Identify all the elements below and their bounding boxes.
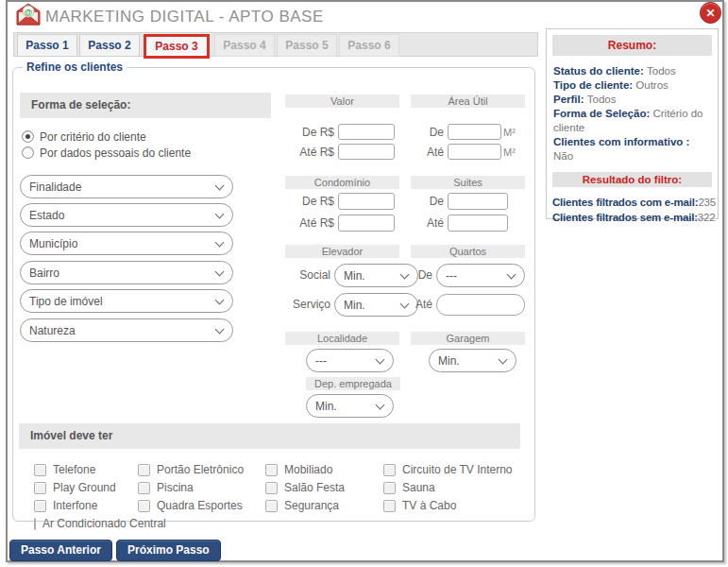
svg-text:@: @ (25, 8, 33, 17)
checkbox-salao-festa[interactable] (265, 482, 278, 494)
condominio-ate-input[interactable] (338, 215, 395, 232)
summary-sidebar: Resumo: Status do cliente: Todos Tipo de… (546, 28, 719, 219)
chevron-down-icon (376, 354, 385, 364)
chevron-down-icon (507, 269, 516, 279)
checkbox-ar-condicionado-central[interactable] (34, 518, 36, 530)
refine-clients-legend: Refine os clientes (23, 60, 127, 74)
checkbox-sauna[interactable] (383, 482, 396, 494)
checkbox-piscina[interactable] (138, 482, 150, 494)
marketing-digital-dialog: @ MARKETING DIGITAL - APTO BASE ✕ Passo … (0, 0, 728, 567)
checkbox-mobiliado[interactable] (265, 464, 278, 476)
valor-section-header: Valor (285, 94, 399, 108)
amenity-item: Circuito de TV Interno (383, 463, 529, 476)
dep-empregada-select-value: Min. (315, 400, 337, 413)
valor-ate-input[interactable] (338, 144, 395, 160)
amenity-item: Salão Festa (265, 481, 383, 494)
checkbox-portao-eletronico[interactable] (138, 464, 150, 476)
garagem-select[interactable]: Min. (429, 349, 516, 372)
garagem-section-header: Garagem (411, 332, 525, 345)
suites-ate-label: Até (412, 216, 444, 230)
amenity-item: Ar Condicionado Central (34, 517, 138, 530)
amenity-item: Quadra Esportes (138, 499, 265, 512)
chevron-down-icon (215, 266, 225, 276)
dep-empregada-section-header: Dep. empregada (306, 377, 400, 390)
garagem-select-value: Min. (438, 354, 460, 368)
quartos-de-value: --- (446, 269, 457, 283)
bairro-select[interactable]: Bairro (20, 261, 233, 284)
passo-anterior-button[interactable]: Passo Anterior (9, 540, 112, 561)
close-icon[interactable]: ✕ (700, 2, 721, 24)
tab-passo-6: Passo 6 (339, 34, 399, 57)
valor-de-input[interactable] (338, 124, 395, 140)
dep-empregada-select[interactable]: Min. (306, 394, 394, 418)
tab-passo-1[interactable]: Passo 1 (17, 34, 77, 57)
localidade-select-value: --- (315, 354, 327, 368)
suites-de-input[interactable] (448, 193, 508, 210)
chevron-down-icon (499, 354, 508, 364)
quartos-ate-label: Até (408, 298, 432, 311)
suites-de-label: De (412, 195, 444, 208)
elevador-servico-select[interactable]: Min. (334, 293, 418, 317)
amenity-item: Sauna (383, 481, 529, 494)
municipio-select[interactable]: Município (20, 232, 233, 255)
amenity-item: Play Ground (34, 481, 138, 494)
amenity-item: Telefone (34, 463, 138, 476)
chevron-down-icon (376, 400, 385, 409)
checkbox-seguranca[interactable] (265, 500, 278, 512)
area-de-label: De (412, 126, 444, 139)
suites-section-header: Suites (411, 176, 525, 189)
checkbox-telefone[interactable] (34, 464, 46, 476)
summary-field: Forma de Seleção: Critério do cliente (553, 107, 711, 135)
imovel-deve-ter-header: Imóvel deve ter (19, 423, 520, 449)
municipio-select-value: Município (29, 237, 77, 250)
radio-por-dados[interactable] (22, 146, 34, 159)
area-ate-input[interactable] (448, 144, 501, 160)
chevron-down-icon (215, 324, 225, 334)
natureza-select[interactable]: Natureza (20, 318, 233, 342)
wizard-tabstrip: Passo 1 Passo 2 Passo 3 Passo 4 Passo 5 … (13, 32, 538, 57)
area-de-input[interactable] (448, 124, 501, 140)
chevron-down-icon (215, 295, 225, 304)
tab-passo-3-current[interactable]: Passo 3 (144, 34, 210, 59)
condominio-de-input[interactable] (338, 193, 395, 210)
estado-select[interactable]: Estado (20, 203, 233, 227)
quartos-de-select[interactable]: --- (436, 264, 525, 287)
amenities-grid: Telefone Portão Eletrônico Mobiliado Cir… (34, 463, 529, 530)
chevron-down-icon (215, 180, 225, 190)
elevador-servico-value: Min. (344, 299, 365, 312)
radio-por-criterio[interactable] (22, 130, 34, 143)
tab-passo-5: Passo 5 (277, 34, 337, 57)
condominio-ate-label: Até R$ (285, 216, 334, 230)
summary-field: Perfil: Todos (553, 93, 711, 107)
area-util-section-header: Área Útil (411, 94, 525, 108)
localidade-section-header: Localidade (285, 332, 399, 345)
proximo-passo-button[interactable]: Próximo Passo (116, 540, 221, 561)
area-de-unit: M² (503, 127, 516, 138)
localidade-select[interactable]: --- (306, 349, 394, 372)
tab-passo-2[interactable]: Passo 2 (79, 34, 140, 57)
radio-por-criterio-label: Por critério do cliente (40, 130, 146, 144)
finalidade-select[interactable]: Finalidade (20, 175, 233, 198)
dialog-title: MARKETING DIGITAL - APTO BASE (45, 8, 324, 26)
suites-ate-input[interactable] (448, 215, 508, 232)
chevron-down-icon (215, 209, 225, 218)
summary-field: Status do cliente: Todos (553, 64, 711, 78)
checkbox-quadra-esportes[interactable] (138, 500, 150, 512)
resumo-fields: Status do cliente: Todos Tipo de cliente… (547, 64, 718, 163)
tipo-imovel-select[interactable]: Tipo de imóvel (20, 289, 233, 313)
condominio-section-header: Condomínio (285, 176, 399, 189)
quartos-ate-input[interactable] (436, 294, 525, 316)
amenity-item: Segurança (265, 499, 383, 512)
tab-passo-4: Passo 4 (214, 34, 275, 57)
checkbox-circuito-tv-interno[interactable] (383, 464, 396, 476)
filter-result-line: Clientes filtrados com e-mail:235 (547, 195, 718, 210)
estado-select-value: Estado (29, 209, 64, 222)
checkbox-play-ground[interactable] (34, 482, 46, 494)
condominio-de-label: De R$ (285, 195, 334, 208)
tipo-imovel-select-value: Tipo de imóvel (29, 295, 103, 308)
checkbox-tv-a-cabo[interactable] (383, 500, 396, 512)
elevador-social-select[interactable]: Min. (334, 264, 418, 287)
amenity-item: Interfone (34, 499, 138, 512)
amenity-item: Portão Eletrônico (138, 463, 265, 476)
checkbox-interfone[interactable] (34, 500, 46, 512)
